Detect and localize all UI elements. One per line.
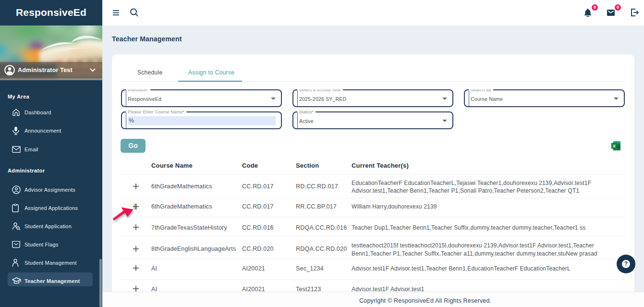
svg-text:X: X — [613, 143, 616, 148]
